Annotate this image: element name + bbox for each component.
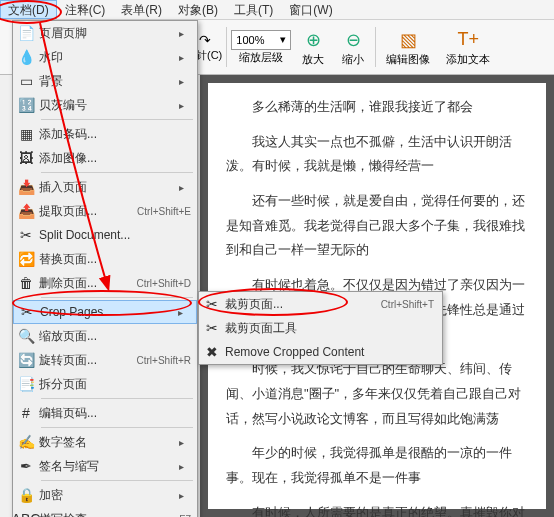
menu-icon: 🗑 [13,275,39,291]
toolbar-zoomin[interactable]: ⊕放大 [295,26,331,69]
menu-item-[interactable]: 🔢贝茨编号▸ [13,93,197,117]
menu-separator [41,172,193,173]
menu-separator [41,119,193,120]
menu-icon: 📤 [13,203,39,219]
submenu-arrow-icon: ▸ [179,182,191,193]
submenu-arrow-icon: ▸ [179,100,191,111]
menu-icon: ✂ [199,320,225,336]
submenu-arrow-icon: ▸ [178,307,190,318]
menu-accelerator: Ctrl+Shift+R [137,355,191,366]
submenu-arrow-icon: ▸ [179,52,191,63]
menu-item-[interactable]: 🔄旋转页面...Ctrl+Shift+R [13,348,197,372]
menu-item-[interactable]: ✍数字签名▸ [13,430,197,454]
menu-icon: ▦ [13,126,39,142]
doc-paragraph: 还有一些时候，就是爱自由，觉得任何要的，还是知音难觅。我老觉得自己跟大多个子集，… [226,189,528,263]
menu-accelerator: F7 [179,514,191,518]
menu-label: 加密 [39,487,179,504]
submenu-item-[interactable]: ✂裁剪页面工具 [199,316,442,340]
menu-item-[interactable]: 🔍缩放页面... [13,324,197,348]
menu-tools[interactable]: 工具(T) [226,0,281,19]
menu-icon: 🔒 [13,487,39,503]
menu-label: 编辑页码... [39,405,191,422]
rotate-cw-icon[interactable]: ↷ [199,32,215,48]
menu-icon: 📑 [13,376,39,392]
menu-label: 添加图像... [39,150,191,167]
menu-label: 背景 [39,73,179,90]
toolbar-sep [226,27,227,67]
menu-item-[interactable]: 📑拆分页面 [13,372,197,396]
menu-item-[interactable]: 🖼添加图像... [13,146,197,170]
doc-paragraph: 多么稀薄的生活啊，谁跟我接近了都会 [226,95,528,120]
doc-paragraph: 我这人其实一点也不孤僻，生活中认识开朗活泼。有时候，我就是懒，懒得经营一 [226,130,528,179]
doc-paragraph: 有时候，人所需要的是真正的绝望。真摧毁你对这个世界的幻想。在真正的绝望 [226,501,528,517]
menu-icon: ✂ [14,304,40,320]
menu-label: 缩放页面... [39,328,191,345]
menu-item-[interactable]: 📤提取页面...Ctrl+Shift+E [13,199,197,223]
menu-separator [41,297,193,298]
zoomin-icon: ⊕ [301,28,325,52]
menu-label: 拼写检查 [39,511,179,518]
menu-label: 删除页面... [39,275,137,292]
menu-icon: ✂ [13,227,39,243]
menu-item-[interactable]: ▭背景▸ [13,69,197,93]
menu-separator [41,480,193,481]
toolbar-zoomout[interactable]: ⊖缩小 [335,26,371,69]
menu-label: 添加条码... [39,126,191,143]
menu-document[interactable]: 文档(D) [0,0,57,19]
menu-accelerator: Ctrl+Shift+T [381,299,434,310]
menu-icon: 🔄 [13,352,39,368]
menu-item-splitdocument[interactable]: ✂Split Document... [13,223,197,247]
submenu-arrow-icon: ▸ [179,437,191,448]
menu-item-croppages[interactable]: ✂Crop Pages▸ [13,300,197,324]
menu-icon: 💧 [13,49,39,65]
menu-label: Remove Cropped Content [225,345,434,359]
editimage-icon: ▧ [396,28,420,52]
menu-accelerator: Ctrl+Shift+E [137,206,191,217]
menu-item-[interactable]: 📥插入页面▸ [13,175,197,199]
menu-label: 数字签名 [39,434,179,451]
toolbar-editimage[interactable]: ▧编辑图像 [380,26,436,69]
zoomout-icon: ⊖ [341,28,365,52]
menu-label: Split Document... [39,228,191,242]
menu-icon: ✍ [13,434,39,450]
menu-icon: 🔢 [13,97,39,113]
menu-label: 提取页面... [39,203,137,220]
toolbar-addtext[interactable]: T+添加文本 [440,26,496,69]
menu-label: 旋转页面... [39,352,137,369]
menu-icon: ✂ [199,296,225,312]
menu-window[interactable]: 窗口(W) [281,0,340,19]
submenu-item-[interactable]: ✂裁剪页面...Ctrl+Shift+T [199,292,442,316]
menu-icon: 🔍 [13,328,39,344]
menu-icon: 📥 [13,179,39,195]
menu-item-[interactable]: #编辑页码... [13,401,197,425]
menu-item-[interactable]: ABC拼写检查F7 [13,507,197,517]
submenu-arrow-icon: ▸ [179,461,191,472]
submenu-arrow-icon: ▸ [179,76,191,87]
menu-icon: 📄 [13,25,39,41]
zoom-combo[interactable]: 100%▾ [231,30,291,50]
menu-form[interactable]: 表单(R) [113,0,170,19]
menu-object[interactable]: 对象(B) [170,0,226,19]
menu-label: 贝茨编号 [39,97,179,114]
menu-item-[interactable]: 📄页眉页脚▸ [13,21,197,45]
menu-label: 替换页面... [39,251,191,268]
menu-item-[interactable]: ▦添加条码... [13,122,197,146]
menu-item-[interactable]: 🔁替换页面... [13,247,197,271]
menu-separator [41,427,193,428]
submenu-arrow-icon: ▸ [179,490,191,501]
menu-item-[interactable]: 🔒加密▸ [13,483,197,507]
doc-paragraph: 时候，我又惊诧于自己的生命聊天、纬间、传闻、小道消息"圈子"，多年来仅仅凭着自己… [226,357,528,431]
menu-icon: 🖼 [13,150,39,166]
menu-label: 插入页面 [39,179,179,196]
menu-item-[interactable]: 🗑删除页面...Ctrl+Shift+D [13,271,197,295]
menu-item-[interactable]: ✒签名与缩写▸ [13,454,197,478]
menu-label: 拆分页面 [39,376,191,393]
menu-icon: ✖ [199,344,225,360]
menu-icon: # [13,405,39,421]
menu-comment[interactable]: 注释(C) [57,0,114,19]
submenu-item-removecroppedcontent[interactable]: ✖Remove Cropped Content [199,340,442,364]
toolbar-sep [375,27,376,67]
menubar: 文档(D) 注释(C) 表单(R) 对象(B) 工具(T) 窗口(W) [0,0,554,20]
menu-label: 签名与缩写 [39,458,179,475]
menu-item-[interactable]: 💧水印▸ [13,45,197,69]
